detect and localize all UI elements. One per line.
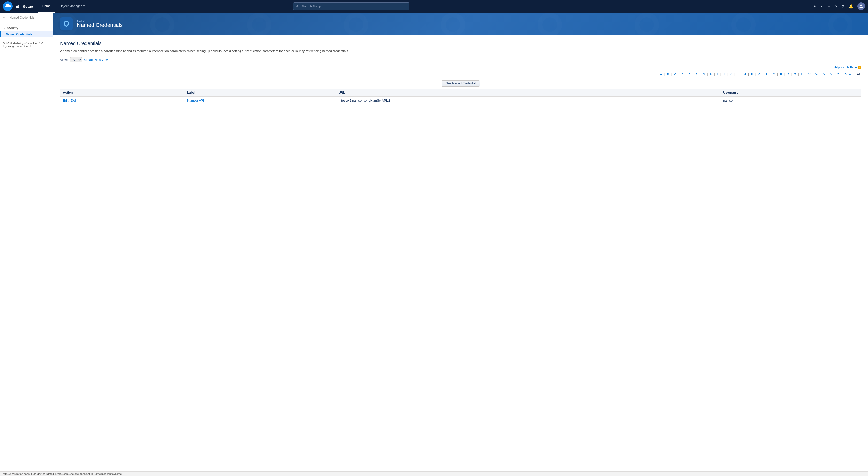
page-header-icon [60,18,73,30]
app-title: Setup [23,4,33,8]
create-new-view-link[interactable]: Create New View [84,58,108,62]
settings-gear-icon[interactable]: ⚙ [841,4,845,9]
alpha-o[interactable]: O [757,73,761,76]
sort-icon[interactable]: ↑ [197,91,198,94]
shield-icon [63,20,70,27]
sidebar-search-wrap [0,12,53,23]
edit-link[interactable]: Edit [63,99,68,102]
sidebar-section-security[interactable]: ▼ Security [0,25,53,31]
col-url: URL [336,89,720,97]
del-link[interactable]: Del [71,99,76,102]
alpha-n[interactable]: N [750,73,754,76]
named-credentials-table: Action Label ↑ URL Username Edit | [60,89,861,104]
sidebar-no-result: Didn't find what you're looking for? Try… [0,39,53,50]
alpha-u[interactable]: U [800,73,804,76]
search-icon [296,4,299,8]
add-icon[interactable]: ＋ [827,3,831,10]
table-row: Edit | Del Namsor API https://v2.namsor.… [60,97,861,104]
alpha-p[interactable]: P [765,73,768,76]
new-button-wrap: New Named Credential [60,80,861,87]
content-title: Named Credentials [60,41,861,46]
alpha-i[interactable]: I [716,73,719,76]
user-avatar[interactable] [857,2,865,10]
content-description: A named credential specifies a callout e… [60,49,861,53]
alpha-t[interactable]: T [794,73,797,76]
alpha-r[interactable]: R [779,73,783,76]
nav-actions: ★ ▼ ＋ ? ⚙ 🔔 [813,2,865,10]
alpha-w[interactable]: W [815,73,819,76]
credential-label-link[interactable]: Namsor API [187,99,204,102]
sidebar-section-label: Security [7,26,18,30]
alpha-s[interactable]: S [786,73,790,76]
tab-object-manager[interactable]: Object Manager ▼ [55,0,89,12]
alpha-k[interactable]: K [729,73,733,76]
alpha-l[interactable]: L [736,73,739,76]
alpha-m[interactable]: M [743,73,747,76]
help-wrap: Help for this Page ? [834,66,861,69]
alpha-z[interactable]: Z [837,73,840,76]
content-area: Named Credentials A named credential spe… [53,35,868,476]
top-navigation: ⊞ Setup Home Object Manager ▼ ★ ▼ ＋ ? ⚙ … [0,0,868,12]
alpha-f[interactable]: F [695,73,698,76]
row-url-cell: https://v2.namsor.com/NamSorAPIv2 [336,97,720,104]
salesforce-logo[interactable] [3,1,12,11]
alpha-b[interactable]: B [666,73,670,76]
chevron-down-icon: ▼ [3,27,5,30]
alpha-filter: A| B| C| D| E| F| G| H| I| J| K| L| M| N… [659,73,861,76]
notifications-bell-icon[interactable]: 🔔 [848,4,854,9]
alpha-y[interactable]: Y [830,73,833,76]
alpha-all[interactable]: All [856,73,861,76]
alpha-e[interactable]: E [688,73,691,76]
favorites-dropdown-icon[interactable]: ▼ [820,5,823,8]
app-switcher[interactable]: ⊞ [16,4,19,9]
alpha-d[interactable]: D [681,73,684,76]
row-action-cell: Edit | Del [60,97,184,104]
alpha-other[interactable]: Other [844,73,852,76]
new-named-credential-button[interactable]: New Named Credential [441,80,480,87]
chevron-down-icon: ▼ [83,5,85,7]
search-input[interactable] [293,2,409,10]
sidebar: ▼ Security Named Credentials Didn't find… [0,12,53,476]
help-icon[interactable]: ? [835,4,837,9]
col-label: Label ↑ [184,89,336,97]
page-header: SETUP Named Credentials [53,12,868,35]
global-search-bar [293,2,409,10]
sidebar-search-input[interactable] [8,15,50,20]
main-nav-tabs: Home Object Manager ▼ [38,0,90,12]
favorites-star-icon[interactable]: ★ [813,4,816,8]
view-select[interactable]: All [70,57,82,62]
table-header-row: Action Label ↑ URL Username [60,89,861,97]
page-header-text: SETUP Named Credentials [77,19,123,28]
row-label-cell: Namsor API [184,97,336,104]
alpha-j[interactable]: J [722,73,725,76]
sidebar-item-named-credentials[interactable]: Named Credentials [0,31,53,37]
sidebar-security-section: ▼ Security Named Credentials [0,23,53,39]
status-bar: https://inspiration-saas-8234-dev-ed.lig… [0,471,868,476]
page-title: Named Credentials [77,22,123,28]
view-controls: View: All Create New View [60,57,861,62]
help-icon: ? [858,66,861,69]
sidebar-search-icon [3,16,6,19]
col-username: Username [720,89,861,97]
status-bar-url: https://inspiration-saas-8234-dev-ed.lig… [3,472,122,475]
alpha-h[interactable]: H [709,73,713,76]
col-action: Action [60,89,184,97]
alpha-a[interactable]: A [659,73,663,76]
view-label: View: [60,58,68,62]
row-username-cell: namsor [720,97,861,104]
alpha-g[interactable]: G [702,73,706,76]
tab-home[interactable]: Home [38,0,55,12]
setup-breadcrumb: SETUP [77,19,123,22]
app-layout: ▼ Security Named Credentials Didn't find… [0,12,868,476]
alpha-x[interactable]: X [823,73,826,76]
alpha-q[interactable]: Q [772,73,776,76]
main-content: SETUP Named Credentials Named Credential… [53,12,868,476]
alpha-c[interactable]: C [674,73,677,76]
alpha-v[interactable]: V [808,73,811,76]
help-link[interactable]: Help for this Page ? [834,66,861,69]
